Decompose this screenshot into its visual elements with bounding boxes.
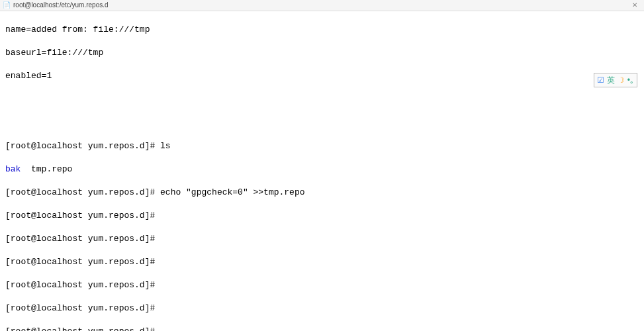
- prompt-line: [root@localhost yum.repos.d]#: [5, 210, 639, 222]
- ls-output-line: bak tmp.repo: [5, 164, 639, 175]
- prompt-line: [root@localhost yum.repos.d]# ls: [5, 140, 639, 152]
- ime-shield-icon[interactable]: ☑: [597, 75, 604, 85]
- window-titlebar: 📄 root@localhost:/etc/yum.repos.d: [0, 0, 644, 11]
- prompt-line: [root@localhost yum.repos.d]#: [5, 303, 639, 314]
- terminal-output[interactable]: name=added from: file:///tmp baseurl=fil…: [0, 11, 644, 332]
- config-line: baseurl=file:///tmp: [5, 47, 639, 59]
- close-icon[interactable]: ✕: [632, 1, 637, 10]
- prompt-line: [root@localhost yum.repos.d]#: [5, 326, 639, 331]
- blank-line: [5, 117, 639, 128]
- prompt-line: [root@localhost yum.repos.d]#: [5, 279, 639, 291]
- prompt-line: [root@localhost yum.repos.d]#: [5, 256, 639, 268]
- prompt-line: [root@localhost yum.repos.d]#: [5, 233, 639, 245]
- ime-language-indicator[interactable]: 英: [607, 75, 615, 85]
- blank-line: [5, 93, 639, 105]
- config-line: name=added from: file:///tmp: [5, 24, 639, 36]
- prompt-line: [root@localhost yum.repos.d]# echo "gpgc…: [5, 187, 639, 199]
- config-line: enabled=1: [5, 70, 639, 82]
- ime-moon-icon[interactable]: ☽: [618, 75, 625, 85]
- ime-toolbar[interactable]: ☑ 英 ☽ •｡: [594, 73, 637, 87]
- window-icon: 📄: [3, 1, 11, 10]
- window-title: root@localhost:/etc/yum.repos.d: [13, 1, 109, 10]
- ime-misc-icon[interactable]: •｡: [627, 75, 634, 85]
- directory-name: bak: [5, 164, 21, 174]
